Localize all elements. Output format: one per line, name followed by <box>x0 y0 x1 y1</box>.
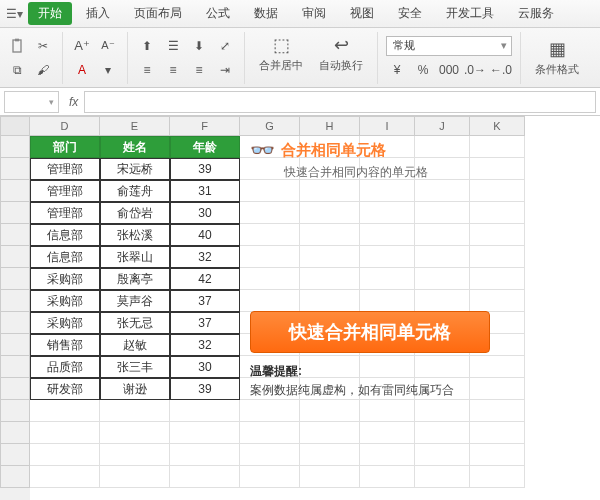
cell[interactable]: 销售部 <box>30 334 100 356</box>
cell[interactable] <box>30 444 100 466</box>
col-header[interactable]: E <box>100 116 170 136</box>
cell[interactable] <box>415 400 470 422</box>
cell[interactable]: 37 <box>170 312 240 334</box>
cell[interactable] <box>415 466 470 488</box>
tab-dev[interactable]: 开发工具 <box>436 2 504 25</box>
cell[interactable]: 采购部 <box>30 268 100 290</box>
cell[interactable]: 32 <box>170 246 240 268</box>
font-increase-icon[interactable]: A⁺ <box>71 36 93 56</box>
cell[interactable]: 30 <box>170 202 240 224</box>
tab-view[interactable]: 视图 <box>340 2 384 25</box>
cell[interactable]: 40 <box>170 224 240 246</box>
row-header[interactable] <box>0 466 30 488</box>
col-header[interactable]: J <box>415 116 470 136</box>
cell[interactable]: 39 <box>170 158 240 180</box>
tab-formula[interactable]: 公式 <box>196 2 240 25</box>
cell[interactable] <box>170 444 240 466</box>
col-header[interactable]: I <box>360 116 415 136</box>
cell[interactable]: 殷离亭 <box>100 268 170 290</box>
col-header[interactable]: F <box>170 116 240 136</box>
cell[interactable] <box>360 444 415 466</box>
grid[interactable]: D E F G H I J K 部门姓名年龄管理部宋远桥39管理部俞莲舟31管理… <box>30 116 600 500</box>
row-header[interactable] <box>0 422 30 444</box>
cell[interactable] <box>240 444 300 466</box>
cell[interactable] <box>470 444 525 466</box>
copy-icon[interactable]: ⧉ <box>6 60 28 80</box>
row-header[interactable] <box>0 444 30 466</box>
cell[interactable] <box>240 400 300 422</box>
cell[interactable] <box>470 466 525 488</box>
cell[interactable] <box>360 422 415 444</box>
conditional-format-button[interactable]: ▦ 条件格式 <box>529 36 585 79</box>
cell[interactable]: 年龄 <box>170 136 240 158</box>
number-format-select[interactable]: 常规 <box>386 36 512 56</box>
align-right-icon[interactable]: ≡ <box>188 60 210 80</box>
cell[interactable] <box>300 400 360 422</box>
cell[interactable] <box>360 466 415 488</box>
align-left-icon[interactable]: ≡ <box>136 60 158 80</box>
row-header[interactable] <box>0 312 30 334</box>
paste-icon[interactable] <box>6 36 28 56</box>
font-decrease-icon[interactable]: A⁻ <box>97 36 119 56</box>
row-header[interactable] <box>0 290 30 312</box>
cell[interactable] <box>470 422 525 444</box>
row-header[interactable] <box>0 246 30 268</box>
cell[interactable] <box>470 400 525 422</box>
cell[interactable] <box>170 422 240 444</box>
indent-icon[interactable]: ⇥ <box>214 60 236 80</box>
tab-layout[interactable]: 页面布局 <box>124 2 192 25</box>
cell[interactable] <box>415 444 470 466</box>
percent-icon[interactable]: % <box>412 60 434 80</box>
format-painter-icon[interactable]: 🖌 <box>32 60 54 80</box>
col-header[interactable]: H <box>300 116 360 136</box>
cell[interactable]: 张松溪 <box>100 224 170 246</box>
fill-color-icon[interactable]: ▾ <box>97 60 119 80</box>
cell[interactable]: 张三丰 <box>100 356 170 378</box>
merge-center-button[interactable]: ⬚ 合并居中 <box>253 32 309 84</box>
cell[interactable]: 宋远桥 <box>100 158 170 180</box>
cell[interactable]: 赵敏 <box>100 334 170 356</box>
cell[interactable] <box>100 466 170 488</box>
align-middle-icon[interactable]: ☰ <box>162 36 184 56</box>
cell[interactable]: 部门 <box>30 136 100 158</box>
row-header[interactable] <box>0 136 30 158</box>
cell[interactable]: 姓名 <box>100 136 170 158</box>
formula-input[interactable] <box>84 91 596 113</box>
cell[interactable] <box>240 422 300 444</box>
align-top-icon[interactable]: ⬆ <box>136 36 158 56</box>
cell[interactable]: 信息部 <box>30 246 100 268</box>
row-header[interactable] <box>0 356 30 378</box>
cell[interactable] <box>360 400 415 422</box>
align-bottom-icon[interactable]: ⬇ <box>188 36 210 56</box>
cell[interactable]: 管理部 <box>30 158 100 180</box>
menu-dropdown-icon[interactable]: ☰▾ <box>4 4 24 24</box>
row-header[interactable] <box>0 224 30 246</box>
font-color-icon[interactable]: A <box>71 60 93 80</box>
cell[interactable]: 39 <box>170 378 240 400</box>
cell[interactable] <box>30 466 100 488</box>
cell[interactable]: 30 <box>170 356 240 378</box>
cell[interactable]: 张翠山 <box>100 246 170 268</box>
cell[interactable]: 管理部 <box>30 202 100 224</box>
cell[interactable]: 莫声谷 <box>100 290 170 312</box>
cell[interactable]: 张无忌 <box>100 312 170 334</box>
cell[interactable]: 研发部 <box>30 378 100 400</box>
cell[interactable] <box>170 400 240 422</box>
cell[interactable] <box>100 444 170 466</box>
cell[interactable]: 采购部 <box>30 312 100 334</box>
tab-insert[interactable]: 插入 <box>76 2 120 25</box>
cell[interactable] <box>100 422 170 444</box>
name-box[interactable] <box>4 91 59 113</box>
merge-same-cells-button[interactable]: 快速合并相同单元格 <box>250 311 490 353</box>
cell[interactable] <box>300 466 360 488</box>
tab-start[interactable]: 开始 <box>28 2 72 25</box>
row-header[interactable] <box>0 180 30 202</box>
tab-review[interactable]: 审阅 <box>292 2 336 25</box>
cell[interactable]: 俞岱岩 <box>100 202 170 224</box>
row-header[interactable] <box>0 400 30 422</box>
decimal-inc-icon[interactable]: .0→ <box>464 60 486 80</box>
cell[interactable]: 采购部 <box>30 290 100 312</box>
tab-cloud[interactable]: 云服务 <box>508 2 564 25</box>
cell[interactable]: 管理部 <box>30 180 100 202</box>
cell[interactable] <box>240 466 300 488</box>
